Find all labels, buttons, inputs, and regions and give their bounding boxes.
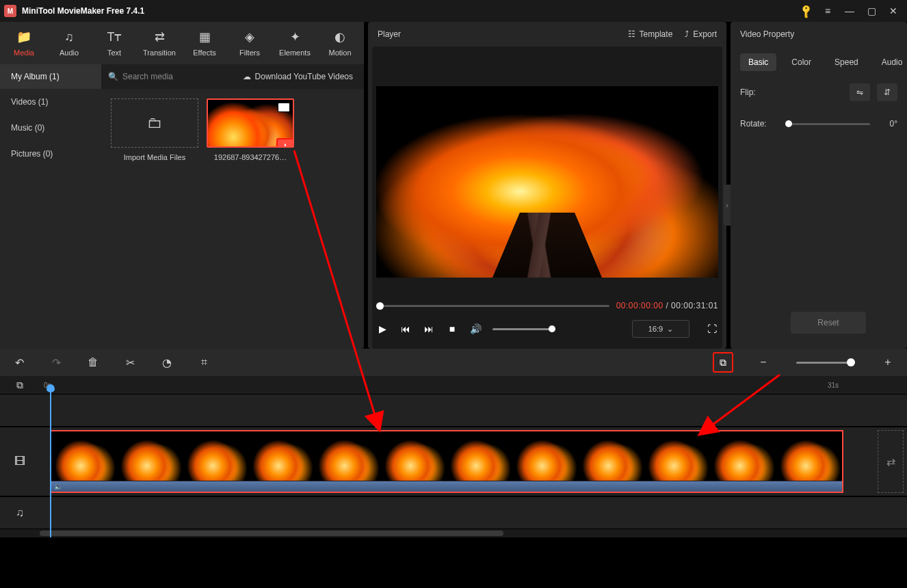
app-logo-icon: M xyxy=(4,5,16,17)
tab-motion[interactable]: ◐Motion xyxy=(317,22,363,64)
window-maximize-icon[interactable]: ▢ xyxy=(866,5,877,16)
export-icon: ⤴ xyxy=(685,29,689,39)
rotate-slider[interactable] xyxy=(785,123,870,125)
property-panel: › Video Property Basic Color Speed Audio… xyxy=(731,22,907,349)
prop-tab-basic[interactable]: Basic xyxy=(740,53,776,71)
overlay-track[interactable] xyxy=(0,394,907,427)
sidebar-item-videos[interactable]: Videos (1) xyxy=(0,89,101,115)
tab-text[interactable]: TᴛText xyxy=(92,22,137,64)
timeline-scrollbar[interactable] xyxy=(0,529,907,537)
audio-track-icon: ♫ xyxy=(0,507,40,519)
search-input[interactable]: 🔍 Search media xyxy=(101,72,232,81)
zoom-thumb[interactable] xyxy=(847,358,855,366)
player-panel: Player ☷Template ⤴Export 00:00:00:00 / 0… xyxy=(368,22,726,349)
sidebar-item-music[interactable]: Music (0) xyxy=(0,115,101,141)
tab-elements-label: Elements xyxy=(279,49,311,57)
tab-text-label: Text xyxy=(107,49,121,57)
import-media-box[interactable]: 🗀 xyxy=(111,98,198,148)
split-button[interactable]: ✂ xyxy=(123,356,137,369)
speed-button[interactable]: ◔ xyxy=(160,356,174,369)
timeline-video-clip[interactable]: 🔈 xyxy=(50,430,843,493)
flip-vertical-button[interactable]: ⇵ xyxy=(877,83,897,101)
prop-tab-color[interactable]: Color xyxy=(783,53,819,71)
tab-elements[interactable]: ✦Elements xyxy=(272,22,317,64)
transition-drop-slot[interactable]: ⇄ xyxy=(878,430,904,493)
import-media-tile[interactable]: 🗀 Import Media Files xyxy=(111,98,198,161)
download-youtube-label: Download YouTube Videos xyxy=(255,72,353,81)
music-note-icon: ♫ xyxy=(64,30,74,44)
tab-transition[interactable]: ⇄Transition xyxy=(137,22,182,64)
template-label: Template xyxy=(640,29,673,39)
undo-button[interactable]: ↶ xyxy=(12,356,26,369)
sidebar-item-pictures[interactable]: Pictures (0) xyxy=(0,141,101,167)
stop-button[interactable]: ■ xyxy=(446,323,458,335)
player-title: Player xyxy=(378,29,616,39)
redo-button[interactable]: ↷ xyxy=(49,356,63,369)
elements-icon: ✦ xyxy=(290,29,300,44)
export-label: Export xyxy=(693,29,717,39)
timeline-ruler[interactable]: ⧉ 0s 31s xyxy=(0,376,907,394)
volume-thumb[interactable] xyxy=(549,325,555,332)
rotate-thumb[interactable] xyxy=(785,120,792,127)
player-preview[interactable] xyxy=(376,86,718,278)
album-header[interactable]: My Album (1) xyxy=(0,64,101,89)
folder-icon: 📁 xyxy=(16,29,31,44)
volume-slider[interactable] xyxy=(492,328,555,330)
seek-slider[interactable] xyxy=(376,305,609,307)
tab-filters-label: Filters xyxy=(239,49,260,57)
chevron-down-icon: ⌄ xyxy=(667,325,673,334)
template-button[interactable]: ☷Template xyxy=(628,29,673,39)
reset-button[interactable]: Reset xyxy=(791,312,866,334)
text-icon: Tᴛ xyxy=(107,29,122,44)
license-key-icon[interactable]: 🔑 xyxy=(798,3,814,19)
clip-thumbnails xyxy=(51,431,842,481)
panel-collapse-button[interactable]: › xyxy=(724,185,731,226)
prev-frame-button[interactable]: ⏮ xyxy=(399,323,412,335)
download-youtube-button[interactable]: ☁ Download YouTube Videos xyxy=(232,72,364,81)
fullscreen-button[interactable]: ⛶ xyxy=(706,323,718,335)
tab-filters[interactable]: ◈Filters xyxy=(227,22,272,64)
tab-effects[interactable]: ▦Effects xyxy=(182,22,227,64)
tab-motion-label: Motion xyxy=(328,49,351,57)
aspect-ratio-select[interactable]: 16:9⌄ xyxy=(632,320,689,338)
audio-track[interactable]: ♫ xyxy=(0,496,907,529)
play-button[interactable]: ▶ xyxy=(376,323,389,335)
media-clip-tile[interactable]: + 192687-893427276… xyxy=(207,98,294,161)
volume-icon[interactable]: 🔊 xyxy=(469,323,482,335)
flip-horizontal-button[interactable]: ⇋ xyxy=(850,83,870,101)
seek-thumb[interactable] xyxy=(376,302,384,310)
tab-media[interactable]: 📁Media xyxy=(1,22,47,64)
time-current: 00:00:00:00 xyxy=(616,301,663,310)
window-minimize-icon[interactable]: — xyxy=(844,5,855,16)
export-button[interactable]: ⤴Export xyxy=(685,29,717,39)
media-grid: 🗀 Import Media Files + 192687-893427276… xyxy=(101,89,364,349)
media-clip-thumb[interactable]: + xyxy=(207,98,294,148)
add-to-timeline-button[interactable]: + xyxy=(276,138,294,148)
video-track[interactable]: 🎞 🔈 ⇄ xyxy=(0,427,907,496)
ruler-mark-end: 31s xyxy=(828,382,839,389)
zoom-slider[interactable] xyxy=(796,362,855,364)
window-close-icon[interactable]: ✕ xyxy=(888,5,899,16)
search-placeholder: Search media xyxy=(122,72,173,81)
template-icon: ☷ xyxy=(628,29,635,39)
tab-audio[interactable]: ♫Audio xyxy=(47,22,92,64)
aspect-ratio-value: 16:9 xyxy=(648,325,663,333)
tab-media-label: Media xyxy=(14,49,34,57)
zoom-out-button[interactable]: − xyxy=(757,356,770,369)
prop-tab-speed[interactable]: Speed xyxy=(826,53,867,71)
fit-timeline-button[interactable]: ⧉ xyxy=(713,352,733,373)
add-track-button[interactable]: ⧉ xyxy=(0,379,40,391)
next-frame-button[interactable]: ⏭ xyxy=(423,323,435,335)
menu-icon[interactable]: ≡ xyxy=(822,5,833,16)
crop-button[interactable]: ⌗ xyxy=(197,356,211,369)
tab-transition-label: Transition xyxy=(143,49,176,57)
time-sep: / xyxy=(663,301,672,310)
zoom-in-button[interactable]: + xyxy=(881,356,895,369)
folder-open-icon: 🗀 xyxy=(147,114,162,132)
motion-icon: ◐ xyxy=(334,29,345,44)
media-clip-name: 192687-893427276… xyxy=(214,153,287,161)
rotate-label: Rotate: xyxy=(740,119,778,129)
prop-tab-audio[interactable]: Audio xyxy=(873,53,907,71)
scrollbar-thumb[interactable] xyxy=(40,531,503,536)
delete-button[interactable]: 🗑 xyxy=(86,356,100,369)
